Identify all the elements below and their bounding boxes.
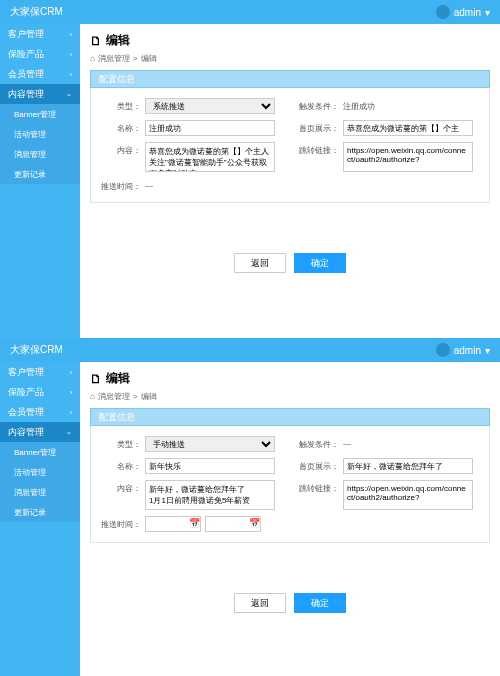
trigger-value: —	[343, 436, 351, 448]
jumplink-textarea[interactable]: https://open.weixin.qq.com/connect/oauth…	[343, 142, 473, 172]
sidebar-item-2[interactable]: 会员管理›	[0, 402, 80, 422]
user-menu[interactable]: admin▾	[436, 343, 490, 357]
ok-button[interactable]: 确定	[294, 593, 346, 613]
sidebar-label: Banner管理	[14, 109, 56, 120]
caret-down-icon: ▾	[485, 7, 490, 18]
page-title: 🗋编辑	[90, 370, 490, 387]
bc-item: 编辑	[141, 391, 157, 402]
breadcrumb: ⌂消息管理>编辑	[90, 391, 490, 402]
brand: 大家保CRM	[10, 5, 63, 19]
name-label: 名称：	[99, 120, 141, 134]
body: 客户管理›保险产品›会员管理›内容管理⌄Banner管理活动管理消息管理更新记录…	[0, 24, 500, 338]
home-icon[interactable]: ⌂	[90, 54, 95, 63]
sidebar-item-3[interactable]: 内容管理⌄	[0, 84, 80, 104]
avatar-icon	[436, 343, 450, 357]
home-icon[interactable]: ⌂	[90, 392, 95, 401]
button-row: 返回确定	[90, 593, 490, 623]
back-button[interactable]: 返回	[234, 253, 286, 273]
sidebar-item-7[interactable]: 更新记录	[0, 502, 80, 522]
trigger-value: 注册成功	[343, 98, 375, 112]
sidebar-item-7[interactable]: 更新记录	[0, 164, 80, 184]
pushtime-label: 推送时间：	[99, 516, 141, 530]
avatar-icon	[436, 5, 450, 19]
brand: 大家保CRM	[10, 343, 63, 357]
sidebar-item-1[interactable]: 保险产品›	[0, 44, 80, 64]
bc-item: 编辑	[141, 53, 157, 64]
homeshow-label: 首页展示：	[297, 120, 339, 134]
sidebar-label: Banner管理	[14, 447, 56, 458]
calendar-icon: 📅	[249, 518, 259, 528]
jumplink-textarea[interactable]: https://open.weixin.qq.com/connect/oauth…	[343, 480, 473, 510]
username: admin	[454, 345, 481, 356]
chevron-icon: ›	[70, 409, 72, 416]
topbar: 大家保CRMadmin▾	[0, 0, 500, 24]
name-label: 名称：	[99, 458, 141, 472]
chevron-icon: ›	[70, 369, 72, 376]
sidebar-item-6[interactable]: 消息管理	[0, 482, 80, 502]
chevron-icon: ›	[70, 71, 72, 78]
config-form: 类型：手动推送触发条件：—名称：首页展示：内容：新年好，微诺蔓给您拜年了 1月1…	[90, 426, 490, 543]
homeshow-input[interactable]	[343, 120, 473, 136]
homeshow-input[interactable]	[343, 458, 473, 474]
sidebar-label: 更新记录	[14, 507, 46, 518]
chevron-icon: ⌄	[66, 90, 72, 98]
sidebar-label: 活动管理	[14, 129, 46, 140]
content-textarea[interactable]: 恭喜您成为微诺蔓的第【】个主人 关注"微诺蔓智能助手"公众号获取更多实时动态	[145, 142, 275, 172]
page-title: 🗋编辑	[90, 32, 490, 49]
sidebar-item-2[interactable]: 会员管理›	[0, 64, 80, 84]
sidebar-item-0[interactable]: 客户管理›	[0, 362, 80, 382]
sidebar-label: 消息管理	[14, 487, 46, 498]
sidebar-label: 客户管理	[8, 28, 44, 41]
sidebar-item-0[interactable]: 客户管理›	[0, 24, 80, 44]
page-icon: 🗋	[90, 34, 102, 48]
sidebar-item-1[interactable]: 保险产品›	[0, 382, 80, 402]
sidebar-item-5[interactable]: 活动管理	[0, 124, 80, 144]
type-label: 类型：	[99, 98, 141, 112]
name-input[interactable]	[145, 458, 275, 474]
content-label: 内容：	[99, 480, 141, 494]
breadcrumb: ⌂消息管理>编辑	[90, 53, 490, 64]
chevron-icon: ›	[70, 31, 72, 38]
content-textarea[interactable]: 新年好，微诺蔓给您拜年了 1月1日前聘用微诺免5年薪资	[145, 480, 275, 510]
sidebar: 客户管理›保险产品›会员管理›内容管理⌄Banner管理活动管理消息管理更新记录	[0, 362, 80, 676]
sidebar-label: 消息管理	[14, 149, 46, 160]
trigger-label: 触发条件：	[297, 98, 339, 112]
sidebar: 客户管理›保险产品›会员管理›内容管理⌄Banner管理活动管理消息管理更新记录	[0, 24, 80, 338]
trigger-label: 触发条件：	[297, 436, 339, 450]
jumplink-label: 跳转链接：	[297, 480, 339, 494]
type-select[interactable]: 手动推送	[145, 436, 275, 452]
bc-item[interactable]: 消息管理	[98, 391, 130, 402]
title-text: 编辑	[106, 32, 130, 49]
sidebar-label: 客户管理	[8, 366, 44, 379]
name-input[interactable]	[145, 120, 275, 136]
user-menu[interactable]: admin▾	[436, 5, 490, 19]
app-window: 大家保CRMadmin▾客户管理›保险产品›会员管理›内容管理⌄Banner管理…	[0, 338, 500, 676]
sidebar-item-4[interactable]: Banner管理	[0, 104, 80, 124]
bc-item[interactable]: 消息管理	[98, 53, 130, 64]
chevron-icon: ›	[70, 389, 72, 396]
type-select[interactable]: 系统推送	[145, 98, 275, 114]
sidebar-item-5[interactable]: 活动管理	[0, 462, 80, 482]
chevron-icon: ›	[70, 51, 72, 58]
chevron-icon: ⌄	[66, 428, 72, 436]
sidebar-item-6[interactable]: 消息管理	[0, 144, 80, 164]
caret-down-icon: ▾	[485, 345, 490, 356]
page-icon: 🗋	[90, 372, 102, 386]
config-form: 类型：系统推送触发条件：注册成功名称：首页展示：内容：恭喜您成为微诺蔓的第【】个…	[90, 88, 490, 203]
app-window: 大家保CRMadmin▾客户管理›保险产品›会员管理›内容管理⌄Banner管理…	[0, 0, 500, 338]
back-button[interactable]: 返回	[234, 593, 286, 613]
push-time-value: —	[145, 178, 153, 190]
date-range: 📅📅	[145, 516, 261, 532]
main-content: 🗋编辑⌂消息管理>编辑配置信息类型：手动推送触发条件：—名称：首页展示：内容：新…	[80, 362, 500, 676]
body: 客户管理›保险产品›会员管理›内容管理⌄Banner管理活动管理消息管理更新记录…	[0, 362, 500, 676]
sidebar-label: 活动管理	[14, 467, 46, 478]
main-content: 🗋编辑⌂消息管理>编辑配置信息类型：系统推送触发条件：注册成功名称：首页展示：内…	[80, 24, 500, 338]
sidebar-label: 保险产品	[8, 386, 44, 399]
type-label: 类型：	[99, 436, 141, 450]
sidebar-item-3[interactable]: 内容管理⌄	[0, 422, 80, 442]
sidebar-item-4[interactable]: Banner管理	[0, 442, 80, 462]
ok-button[interactable]: 确定	[294, 253, 346, 273]
jumplink-label: 跳转链接：	[297, 142, 339, 156]
sidebar-label: 会员管理	[8, 68, 44, 81]
sidebar-label: 内容管理	[8, 88, 44, 101]
